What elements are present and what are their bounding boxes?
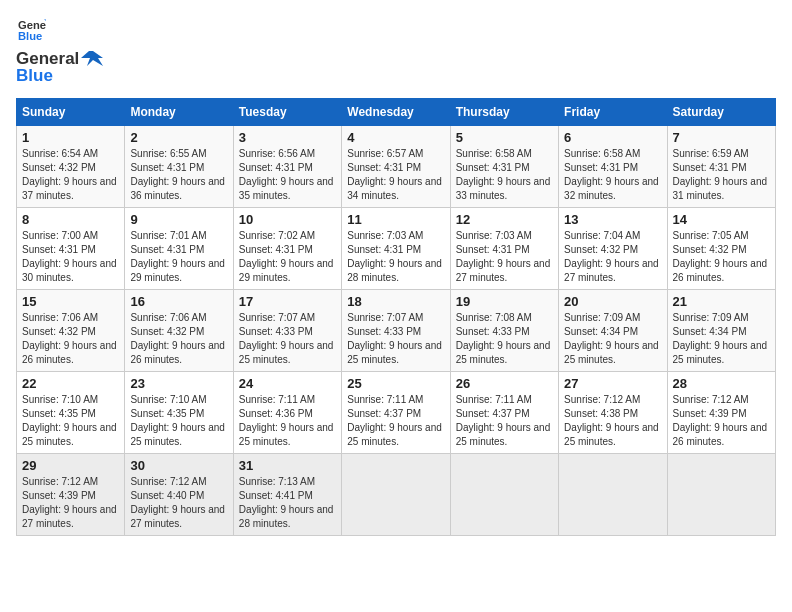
calendar-day-cell: 12 Sunrise: 7:03 AMSunset: 4:31 PMDaylig…: [450, 208, 558, 290]
day-info: Sunrise: 7:01 AMSunset: 4:31 PMDaylight:…: [130, 229, 227, 285]
day-info: Sunrise: 7:12 AMSunset: 4:39 PMDaylight:…: [22, 475, 119, 531]
day-number: 13: [564, 212, 661, 227]
day-info: Sunrise: 7:07 AMSunset: 4:33 PMDaylight:…: [347, 311, 444, 367]
calendar-day-cell: 10 Sunrise: 7:02 AMSunset: 4:31 PMDaylig…: [233, 208, 341, 290]
day-number: 12: [456, 212, 553, 227]
day-number: 10: [239, 212, 336, 227]
day-number: 3: [239, 130, 336, 145]
calendar-day-cell: 13 Sunrise: 7:04 AMSunset: 4:32 PMDaylig…: [559, 208, 667, 290]
calendar-day-cell: 11 Sunrise: 7:03 AMSunset: 4:31 PMDaylig…: [342, 208, 450, 290]
day-info: Sunrise: 7:11 AMSunset: 4:37 PMDaylight:…: [347, 393, 444, 449]
day-info: Sunrise: 7:09 AMSunset: 4:34 PMDaylight:…: [673, 311, 770, 367]
calendar-day-cell: 15 Sunrise: 7:06 AMSunset: 4:32 PMDaylig…: [17, 290, 125, 372]
day-info: Sunrise: 7:12 AMSunset: 4:40 PMDaylight:…: [130, 475, 227, 531]
day-info: Sunrise: 6:56 AMSunset: 4:31 PMDaylight:…: [239, 147, 336, 203]
calendar-day-cell: 31 Sunrise: 7:13 AMSunset: 4:41 PMDaylig…: [233, 454, 341, 536]
day-number: 28: [673, 376, 770, 391]
calendar-day-cell: 6 Sunrise: 6:58 AMSunset: 4:31 PMDayligh…: [559, 126, 667, 208]
day-number: 7: [673, 130, 770, 145]
day-info: Sunrise: 7:04 AMSunset: 4:32 PMDaylight:…: [564, 229, 661, 285]
calendar-week-row: 8 Sunrise: 7:00 AMSunset: 4:31 PMDayligh…: [17, 208, 776, 290]
calendar-day-cell: 16 Sunrise: 7:06 AMSunset: 4:32 PMDaylig…: [125, 290, 233, 372]
calendar-day-cell: 19 Sunrise: 7:08 AMSunset: 4:33 PMDaylig…: [450, 290, 558, 372]
calendar-week-row: 22 Sunrise: 7:10 AMSunset: 4:35 PMDaylig…: [17, 372, 776, 454]
day-number: 30: [130, 458, 227, 473]
day-info: Sunrise: 6:58 AMSunset: 4:31 PMDaylight:…: [564, 147, 661, 203]
day-info: Sunrise: 7:06 AMSunset: 4:32 PMDaylight:…: [130, 311, 227, 367]
weekday-header: Sunday: [17, 99, 125, 126]
weekday-header: Friday: [559, 99, 667, 126]
day-number: 4: [347, 130, 444, 145]
day-info: Sunrise: 7:07 AMSunset: 4:33 PMDaylight:…: [239, 311, 336, 367]
day-number: 2: [130, 130, 227, 145]
day-info: Sunrise: 6:58 AMSunset: 4:31 PMDaylight:…: [456, 147, 553, 203]
day-info: Sunrise: 6:54 AMSunset: 4:32 PMDaylight:…: [22, 147, 119, 203]
day-number: 24: [239, 376, 336, 391]
calendar-body: 1 Sunrise: 6:54 AMSunset: 4:32 PMDayligh…: [17, 126, 776, 536]
day-info: Sunrise: 7:11 AMSunset: 4:36 PMDaylight:…: [239, 393, 336, 449]
day-number: 21: [673, 294, 770, 309]
weekday-header: Saturday: [667, 99, 775, 126]
day-number: 31: [239, 458, 336, 473]
calendar-day-cell: 17 Sunrise: 7:07 AMSunset: 4:33 PMDaylig…: [233, 290, 341, 372]
calendar-day-cell: 25 Sunrise: 7:11 AMSunset: 4:37 PMDaylig…: [342, 372, 450, 454]
svg-text:General: General: [18, 19, 46, 31]
calendar-day-cell: 21 Sunrise: 7:09 AMSunset: 4:34 PMDaylig…: [667, 290, 775, 372]
calendar-day-cell: 22 Sunrise: 7:10 AMSunset: 4:35 PMDaylig…: [17, 372, 125, 454]
day-info: Sunrise: 7:12 AMSunset: 4:39 PMDaylight:…: [673, 393, 770, 449]
calendar-day-cell: 8 Sunrise: 7:00 AMSunset: 4:31 PMDayligh…: [17, 208, 125, 290]
calendar-day-cell: 29 Sunrise: 7:12 AMSunset: 4:39 PMDaylig…: [17, 454, 125, 536]
day-info: Sunrise: 7:00 AMSunset: 4:31 PMDaylight:…: [22, 229, 119, 285]
day-info: Sunrise: 6:55 AMSunset: 4:31 PMDaylight:…: [130, 147, 227, 203]
logo: General Blue General Blue: [16, 16, 103, 86]
calendar-day-cell: 23 Sunrise: 7:10 AMSunset: 4:35 PMDaylig…: [125, 372, 233, 454]
day-number: 27: [564, 376, 661, 391]
day-number: 26: [456, 376, 553, 391]
calendar-day-cell: 18 Sunrise: 7:07 AMSunset: 4:33 PMDaylig…: [342, 290, 450, 372]
calendar-day-cell: 2 Sunrise: 6:55 AMSunset: 4:31 PMDayligh…: [125, 126, 233, 208]
calendar-day-cell: [559, 454, 667, 536]
weekday-header: Monday: [125, 99, 233, 126]
calendar-day-cell: 27 Sunrise: 7:12 AMSunset: 4:38 PMDaylig…: [559, 372, 667, 454]
calendar-day-cell: 7 Sunrise: 6:59 AMSunset: 4:31 PMDayligh…: [667, 126, 775, 208]
page-header: General Blue General Blue: [16, 16, 776, 86]
day-info: Sunrise: 7:05 AMSunset: 4:32 PMDaylight:…: [673, 229, 770, 285]
day-info: Sunrise: 7:10 AMSunset: 4:35 PMDaylight:…: [130, 393, 227, 449]
day-number: 23: [130, 376, 227, 391]
day-number: 1: [22, 130, 119, 145]
day-info: Sunrise: 7:12 AMSunset: 4:38 PMDaylight:…: [564, 393, 661, 449]
calendar-week-row: 15 Sunrise: 7:06 AMSunset: 4:32 PMDaylig…: [17, 290, 776, 372]
calendar-day-cell: 24 Sunrise: 7:11 AMSunset: 4:36 PMDaylig…: [233, 372, 341, 454]
calendar-day-cell: 14 Sunrise: 7:05 AMSunset: 4:32 PMDaylig…: [667, 208, 775, 290]
weekday-header: Thursday: [450, 99, 558, 126]
day-info: Sunrise: 7:08 AMSunset: 4:33 PMDaylight:…: [456, 311, 553, 367]
calendar-day-cell: 5 Sunrise: 6:58 AMSunset: 4:31 PMDayligh…: [450, 126, 558, 208]
day-number: 6: [564, 130, 661, 145]
day-number: 22: [22, 376, 119, 391]
day-number: 11: [347, 212, 444, 227]
calendar-day-cell: 9 Sunrise: 7:01 AMSunset: 4:31 PMDayligh…: [125, 208, 233, 290]
calendar-day-cell: [667, 454, 775, 536]
day-number: 8: [22, 212, 119, 227]
calendar-day-cell: 20 Sunrise: 7:09 AMSunset: 4:34 PMDaylig…: [559, 290, 667, 372]
svg-marker-3: [81, 51, 103, 66]
calendar-day-cell: 4 Sunrise: 6:57 AMSunset: 4:31 PMDayligh…: [342, 126, 450, 208]
day-info: Sunrise: 7:03 AMSunset: 4:31 PMDaylight:…: [347, 229, 444, 285]
calendar-week-row: 1 Sunrise: 6:54 AMSunset: 4:32 PMDayligh…: [17, 126, 776, 208]
calendar-table: SundayMondayTuesdayWednesdayThursdayFrid…: [16, 98, 776, 536]
calendar-week-row: 29 Sunrise: 7:12 AMSunset: 4:39 PMDaylig…: [17, 454, 776, 536]
day-number: 5: [456, 130, 553, 145]
day-info: Sunrise: 6:57 AMSunset: 4:31 PMDaylight:…: [347, 147, 444, 203]
weekday-header: Wednesday: [342, 99, 450, 126]
day-number: 19: [456, 294, 553, 309]
day-number: 9: [130, 212, 227, 227]
day-number: 18: [347, 294, 444, 309]
calendar-day-cell: [450, 454, 558, 536]
day-info: Sunrise: 6:59 AMSunset: 4:31 PMDaylight:…: [673, 147, 770, 203]
day-info: Sunrise: 7:09 AMSunset: 4:34 PMDaylight:…: [564, 311, 661, 367]
day-info: Sunrise: 7:13 AMSunset: 4:41 PMDaylight:…: [239, 475, 336, 531]
day-number: 20: [564, 294, 661, 309]
calendar-day-cell: 30 Sunrise: 7:12 AMSunset: 4:40 PMDaylig…: [125, 454, 233, 536]
calendar-header-row: SundayMondayTuesdayWednesdayThursdayFrid…: [17, 99, 776, 126]
day-info: Sunrise: 7:03 AMSunset: 4:31 PMDaylight:…: [456, 229, 553, 285]
